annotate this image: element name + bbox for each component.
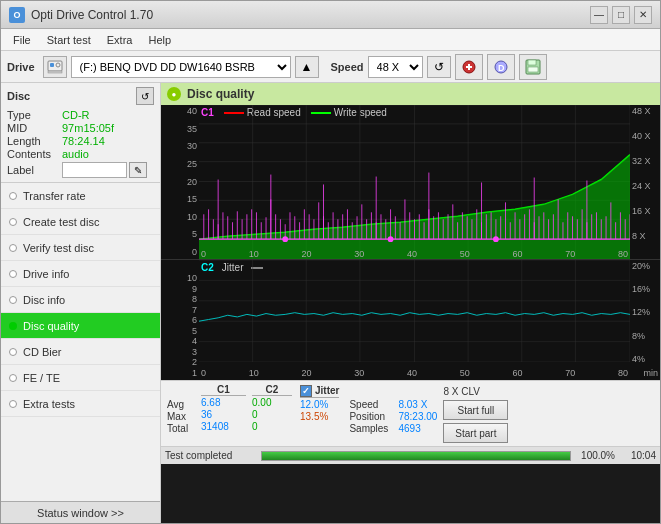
c1-total: 31408 [201,421,246,432]
sidebar-item-cd-bier[interactable]: CD Bier [1,339,160,365]
content-area: ● Disc quality C1 Read speed Write speed [161,83,660,524]
svg-point-129 [282,236,288,242]
app-icon: O [9,7,25,23]
sidebar-item-transfer-rate[interactable]: Transfer rate [1,183,160,209]
y-right-16: 16 X [632,207,658,216]
disc-type-row: Type CD-R [7,109,154,121]
menu-start-test[interactable]: Start test [39,32,99,48]
nav-dot [9,322,17,330]
chart-icon: ● [167,87,181,101]
disc-panel: Disc ↺ Type CD-R MID 97m15:05f Length 78… [1,83,160,183]
disc-refresh-button[interactable]: ↺ [136,87,154,105]
progress-time: 10:04 [621,450,656,461]
x-label-40: 40 [407,249,417,259]
disc-label-key: Label [7,164,62,176]
disc-mid-label: MID [7,122,62,134]
sidebar-item-verify-test-disc[interactable]: Verify test disc [1,235,160,261]
nav-label: CD Bier [23,346,62,358]
sidebar-item-fe-te[interactable]: FE / TE [1,365,160,391]
c1-max: 36 [201,409,246,420]
nav-label: Disc quality [23,320,79,332]
eject-button[interactable]: ▲ [295,56,319,78]
jitter-column: ✓ Jitter 12.0% 13.5% [300,384,339,423]
disc-length-label: Length [7,135,62,147]
sidebar-item-drive-info[interactable]: Drive info [1,261,160,287]
y-right-8: 8 X [632,232,658,241]
jitter-max: 13.5% [300,411,339,422]
svg-rect-11 [528,67,538,72]
y-right-40: 40 X [632,132,658,141]
c1-avg: 6.68 [201,397,246,408]
sidebar-item-create-test-disc[interactable]: Create test disc [1,209,160,235]
maximize-button[interactable]: □ [612,6,630,24]
sidebar: Disc ↺ Type CD-R MID 97m15:05f Length 78… [1,83,161,524]
y-label-35: 35 [163,125,197,134]
y-label-40: 40 [163,107,197,116]
c1-column: C1 6.68 36 31408 [201,384,246,432]
x-label-80: 80 [618,249,628,259]
toolbar-btn-2[interactable]: D [487,54,515,80]
y-label-15: 15 [163,195,197,204]
disc-type-label: Type [7,109,62,121]
disc-label-input[interactable] [62,162,127,178]
nav-items: Transfer rate Create test disc Verify te… [1,183,160,501]
sidebar-item-extra-tests[interactable]: Extra tests [1,391,160,417]
total-row-label: Total [167,423,199,434]
toolbar-btn-save[interactable] [519,54,547,80]
disc-label-edit-button[interactable]: ✎ [129,162,147,178]
speed-select[interactable]: 48 X [368,56,423,78]
y-label-5: 5 [163,230,197,239]
refresh-button[interactable]: ↺ [427,56,451,78]
svg-text:D: D [498,63,505,73]
nav-dot [9,244,17,252]
avg-row-label: Avg [167,399,199,410]
y-label-25: 25 [163,160,197,169]
nav-dot [9,374,17,382]
drive-select[interactable]: (F:) BENQ DVD DD DW1640 BSRB [71,56,291,78]
bottom-y-axis-left: 10 9 8 7 6 5 4 3 2 1 [161,260,199,380]
c2-max: 0 [252,409,292,420]
drive-icon [43,56,67,78]
menu-file[interactable]: File [5,32,39,48]
y-right-24: 24 X [632,182,658,191]
sidebar-item-disc-info[interactable]: Disc info [1,287,160,313]
progress-bar-container: Test completed 100.0% 10:04 [161,446,660,464]
start-part-button[interactable]: Start part [443,423,508,443]
position-row: Position 78:23.00 [349,411,437,422]
max-row-label: Max [167,411,199,422]
min-label: min [643,368,658,378]
start-full-button[interactable]: Start full [443,400,508,420]
bottom-y-axis-right: 20% 16% 12% 8% 4% [630,260,660,380]
jitter-avg: 12.0% [300,399,339,410]
top-chart: C1 Read speed Write speed 40 35 30 25 20… [161,105,660,260]
x-label-50: 50 [460,249,470,259]
svg-rect-3 [48,71,62,73]
status-window-button[interactable]: Status window >> [1,501,160,524]
x-label-20: 20 [301,249,311,259]
bottom-chart: C2 Jitter 10 9 8 7 6 5 4 3 2 1 20% 16% [161,260,660,380]
nav-label: Create test disc [23,216,99,228]
close-button[interactable]: ✕ [634,6,652,24]
c2-header: C2 [252,384,292,396]
sidebar-item-disc-quality[interactable]: Disc quality [1,313,160,339]
minimize-button[interactable]: — [590,6,608,24]
jitter-header-label: Jitter [315,385,339,396]
drive-toolbar: Drive (F:) BENQ DVD DD DW1640 BSRB ▲ Spe… [1,51,660,83]
menu-extra[interactable]: Extra [99,32,141,48]
bx-label-40: 40 [407,368,417,378]
nav-dot [9,296,17,304]
menu-help[interactable]: Help [140,32,179,48]
top-y-axis-right: 48 X 40 X 32 X 24 X 16 X 8 X [630,105,660,259]
svg-point-131 [493,236,499,242]
jitter-checkbox[interactable]: ✓ [300,385,312,397]
clv-buttons: 8 X CLV Start full Start part [443,384,508,443]
c2-column: C2 0.00 0 0 [252,384,292,432]
svg-point-130 [388,236,394,242]
window-title: Opti Drive Control 1.70 [31,8,590,22]
nav-label: Disc info [23,294,65,306]
toolbar-btn-1[interactable] [455,54,483,80]
bx-label-80: 80 [618,368,628,378]
clv-value: 8 X CLV [443,384,508,398]
svg-rect-10 [528,60,536,65]
y-label-20: 20 [163,178,197,187]
